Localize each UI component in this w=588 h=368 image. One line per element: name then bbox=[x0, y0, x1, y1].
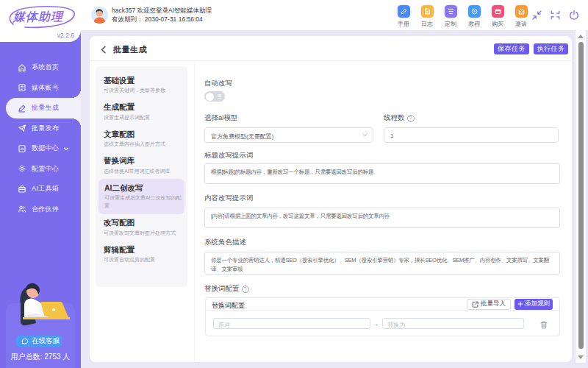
back-button[interactable] bbox=[97, 43, 109, 55]
scrollbar-up-arrow[interactable] bbox=[578, 35, 584, 38]
title-prompt-textarea[interactable]: 根据[标题]的标题内容，重新改写一个标题，只需要返回改写后的标题 bbox=[204, 163, 560, 184]
online-service-button[interactable]: 在线客服 bbox=[16, 336, 62, 347]
step-article-images[interactable]: 文章配图 选择文章内容插入图片方式 bbox=[96, 125, 187, 152]
collapse-icon[interactable] bbox=[550, 10, 561, 21]
manual-icon bbox=[398, 5, 410, 18]
step-desc: 可设置自动混剪的配置 bbox=[104, 255, 179, 263]
sidebar-item-batch-generate[interactable]: 批量生成 bbox=[6, 98, 81, 118]
sidebar-item-label: 批量发布 bbox=[32, 124, 59, 133]
chat-icon bbox=[21, 338, 29, 345]
step-title: 基础设置 bbox=[104, 76, 179, 85]
step-title: 文章配图 bbox=[104, 130, 179, 138]
step-title: AI二创改写 bbox=[104, 183, 182, 192]
threads-help-icon[interactable]: ? bbox=[407, 115, 415, 122]
sidebar-item-media-account[interactable]: 媒体账号 bbox=[0, 78, 81, 99]
sidebar-item-label: 数据中心 bbox=[32, 144, 59, 153]
logo-block: 媒体助理 v2.2.6 bbox=[0, 0, 81, 42]
quick-item-manual[interactable]: 手册 bbox=[392, 0, 415, 30]
sidebar-item-label: 系统首页 bbox=[32, 63, 59, 72]
replace-rules-box: 替换词配置 批量导入 添加规则 原词 → bbox=[205, 297, 560, 336]
quick-item-tutorial[interactable]: 教程 bbox=[463, 0, 486, 30]
quick-item-label: 日志 bbox=[421, 21, 433, 27]
sidebar-item-label: 配置中心 bbox=[32, 164, 59, 174]
user-validity: 有效期到： 2030-07-31 16:56:04 bbox=[112, 15, 212, 24]
step-title: 替换词库 bbox=[104, 156, 179, 165]
compress-icon[interactable] bbox=[531, 10, 542, 21]
threads-input[interactable]: 1 bbox=[384, 127, 559, 143]
step-rewrite-images[interactable]: 改写配图 可设置改写文章时图片处理方式 bbox=[96, 214, 187, 241]
sidebar: 系统首页 媒体账号 批量生成 批量发布 数据中心 bbox=[0, 0, 81, 368]
steps-panel: 基础设置 可设置关键词，类型等参数 生成配置 设置生成提示词配置 文章配图 选择… bbox=[96, 66, 187, 287]
delete-rule-icon[interactable] bbox=[540, 319, 548, 332]
auto-rewrite-toggle[interactable]: 否 bbox=[204, 91, 225, 102]
rule-from-placeholder: 原词 bbox=[218, 321, 230, 329]
sidebar-item-ai-toolbox[interactable]: AI工具箱 bbox=[0, 179, 81, 199]
avatar[interactable] bbox=[91, 7, 108, 24]
quick-item-label: 手册 bbox=[398, 21, 409, 27]
quick-item-log[interactable]: 日志 bbox=[416, 0, 439, 30]
quick-item-customize[interactable]: 定制 bbox=[440, 0, 462, 30]
replace-config-label: 替换词配置 ? bbox=[204, 284, 249, 294]
sidebar-item-label: 批量生成 bbox=[32, 103, 59, 113]
power-icon[interactable] bbox=[568, 10, 580, 21]
user-greeting: hack357 欢迎您登录AI智能媒体助理 bbox=[112, 7, 212, 15]
step-generate-config[interactable]: 生成配置 设置生成提示词配置 bbox=[96, 99, 187, 126]
scrollbar-down-arrow[interactable] bbox=[578, 355, 584, 359]
rule-to-input[interactable]: 替换为 bbox=[382, 318, 524, 329]
step-desc: 选择替换AI常用词汇或者词库 bbox=[104, 167, 179, 175]
user-count: 用户总数: 2753 人 bbox=[6, 352, 75, 362]
run-task-button[interactable]: 执行任务 bbox=[534, 43, 568, 55]
app-version: v2.2.6 bbox=[57, 32, 74, 39]
window-controls bbox=[528, 0, 584, 30]
quick-item-label: 购买 bbox=[492, 21, 503, 27]
batch-import-button[interactable]: 批量导入 bbox=[467, 299, 511, 310]
tutorial-icon bbox=[468, 5, 481, 18]
replace-rule-row: 原词 → 替换为 bbox=[206, 311, 559, 336]
step-title: 生成配置 bbox=[104, 102, 179, 111]
save-task-button[interactable]: 保存任务 bbox=[494, 43, 529, 55]
model-select[interactable]: 官方免费模型(无需配置) bbox=[204, 127, 373, 143]
sidebar-item-config-center[interactable]: 配置中心 bbox=[0, 159, 81, 180]
user-info: hack357 欢迎您登录AI智能媒体助理 有效期到： 2030-07-31 1… bbox=[112, 7, 212, 24]
customize-icon bbox=[445, 5, 457, 18]
step-desc: 可设置生成后文章AI二次改写的配置 bbox=[104, 194, 182, 210]
replace-config-label-text: 替换词配置 bbox=[204, 284, 240, 294]
model-select-value: 官方免费模型(无需配置) bbox=[211, 132, 273, 141]
step-desc: 设置生成提示词配置 bbox=[104, 113, 179, 121]
auto-rewrite-label: 自动改写 bbox=[204, 79, 232, 88]
sidebar-item-label: AI工具箱 bbox=[32, 184, 59, 194]
scrollbar-thumb[interactable] bbox=[578, 42, 584, 349]
replace-box-header: 替换词配置 批量导入 添加规则 bbox=[206, 298, 559, 311]
add-rule-button[interactable]: 添加规则 bbox=[514, 299, 553, 311]
sidebar-item-partner[interactable]: 合作伙伴 bbox=[0, 199, 81, 220]
quick-item-label: 邀请 bbox=[515, 21, 527, 27]
home-icon bbox=[18, 63, 26, 72]
app-logo: 媒体助理 bbox=[0, 10, 76, 25]
model-label: 选择ai模型 bbox=[204, 113, 237, 123]
step-replace-lexicon[interactable]: 替换词库 选择替换AI常用词汇或者词库 bbox=[96, 152, 187, 180]
sidebar-item-label: 合作伙伴 bbox=[32, 205, 59, 214]
step-basic-settings[interactable]: 基础设置 可设置关键词，类型等参数 bbox=[96, 71, 187, 99]
step-ai-rewrite[interactable]: AI二创改写 可设置生成后文章AI二次改写的配置 bbox=[98, 179, 184, 214]
sidebar-item-home[interactable]: 系统首页 bbox=[0, 57, 81, 78]
page-scrollbar[interactable] bbox=[576, 30, 586, 363]
invite-icon bbox=[515, 5, 528, 18]
content-prompt-textarea[interactable]: [内容]请根据上面的文章内容，改写这篇文章，只需要返回改写后的文章内容 bbox=[204, 208, 560, 228]
rule-from-input[interactable]: 原词 bbox=[213, 318, 370, 329]
sidebar-item-batch-publish[interactable]: 批量发布 bbox=[0, 118, 81, 139]
page-title: 批量生成 bbox=[113, 44, 147, 55]
role-value: 你是一个专业的营销达人，精通SEO（搜索引擎优化）、SEM（搜索引擎营销）专家，… bbox=[211, 256, 555, 274]
quick-item-label: 定制 bbox=[445, 21, 456, 27]
step-clip-config[interactable]: 剪辑配置 可设置自动混剪的配置 bbox=[96, 241, 187, 268]
quick-item-purchase[interactable]: 购买 bbox=[487, 0, 509, 30]
toggle-off-text: 否 bbox=[217, 93, 222, 99]
replace-box-title: 替换词配置 bbox=[212, 301, 245, 311]
step-desc: 可设置改写文章时图片处理方式 bbox=[104, 229, 179, 237]
replace-help-icon[interactable]: ? bbox=[242, 286, 249, 293]
threads-label: 线程数 ? bbox=[384, 113, 415, 123]
title-prompt-value: 根据[标题]的标题内容，重新改写一个标题，只需要返回改写后的标题 bbox=[211, 168, 555, 177]
batch-generate-icon bbox=[18, 104, 26, 113]
sidebar-item-data-center[interactable]: 数据中心 bbox=[0, 138, 81, 159]
card-header: 批量生成 保存任务 执行任务 bbox=[90, 36, 572, 61]
role-textarea[interactable]: 你是一个专业的营销达人，精通SEO（搜索引擎优化）、SEM（搜索引擎营销）专家，… bbox=[204, 252, 560, 275]
